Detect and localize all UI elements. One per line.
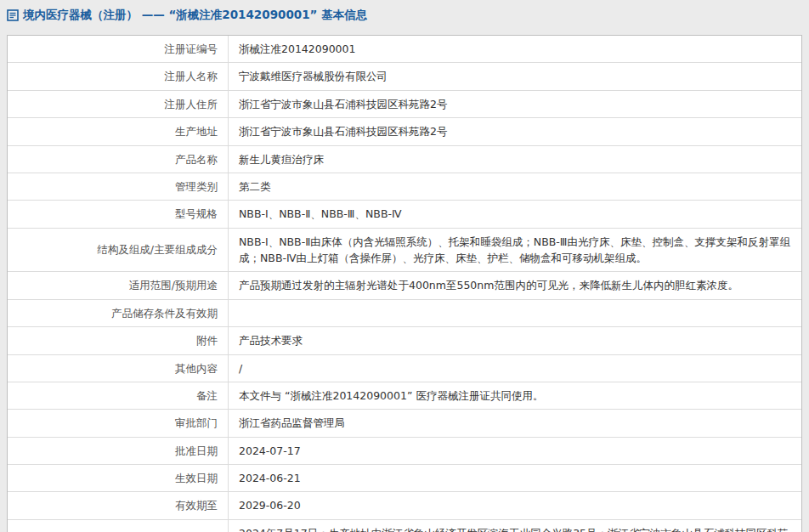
row-value: 第二类 (229, 173, 801, 200)
row-value: 宁波戴维医疗器械股份有限公司 (229, 63, 801, 89)
row-value: 浙江省药品监督管理局 (229, 410, 801, 436)
row-value: 本文件与 “浙械注准20142090001” 医疗器械注册证共同使用。 (229, 382, 801, 409)
row-label: 其他内容 (8, 355, 229, 382)
table-row-model-spec: 型号规格 NBB-Ⅰ、NBB-Ⅱ、NBB-Ⅲ、NBB-Ⅳ (8, 201, 801, 228)
row-value: 2024-06-21 (229, 465, 801, 491)
table-row-effective-date: 生效日期 2024-06-21 (8, 465, 801, 492)
row-value: 产品技术要求 (229, 327, 801, 354)
row-label: 型号规格 (8, 201, 229, 227)
row-value (229, 300, 801, 326)
table-row-structure-composition: 结构及组成/主要组成成分 NBB-Ⅰ、NBB-Ⅱ由床体（内含光辐照系统）、托架和… (8, 229, 801, 273)
row-label: 附件 (8, 327, 229, 354)
row-value: 2024年7月17日：生产地址由浙江省象山经济开发区滨海工业园金兴路35号；浙江… (229, 520, 801, 532)
table-row-storage-conditions: 产品储存条件及有效期 (8, 300, 801, 327)
registration-info-table: 注册证编号 浙械注准20142090001 注册人名称 宁波戴维医疗器械股份有限… (7, 35, 802, 532)
page-title: 境内医疗器械（注册） —— “浙械注准20142090001” 基本信息 (0, 0, 809, 28)
table-row-registrant-name: 注册人名称 宁波戴维医疗器械股份有限公司 (8, 63, 801, 90)
row-label: 生效日期 (8, 465, 229, 491)
table-row-approval-date: 批准日期 2024-07-17 (8, 438, 801, 465)
table-row-product-name: 产品名称 新生儿黄疸治疗床 (8, 146, 801, 173)
row-label: 结构及组成/主要组成成分 (8, 229, 229, 272)
row-label: 产品名称 (8, 146, 229, 173)
row-label: 有效期至 (8, 492, 229, 518)
row-value: 2029-06-20 (229, 492, 801, 518)
page-title-text: 境内医疗器械（注册） —— “浙械注准20142090001” 基本信息 (23, 8, 367, 23)
row-value: 浙江省宁波市象山县石浦科技园区科苑路2号 (229, 91, 801, 117)
table-row-remarks: 备注 本文件与 “浙械注准20142090001” 医疗器械注册证共同使用。 (8, 382, 801, 410)
row-label: 注册人名称 (8, 63, 229, 89)
row-value: 2024-07-17 (229, 438, 801, 464)
row-label: 审批部门 (8, 410, 229, 436)
table-row-expiry-date: 有效期至 2029-06-20 (8, 492, 801, 519)
row-label: 注册人住所 (8, 91, 229, 117)
table-row-change-record: 变更情况 2024年7月17日：生产地址由浙江省象山经济开发区滨海工业园金兴路3… (8, 520, 801, 532)
row-value: / (229, 355, 801, 382)
table-row-approval-department: 审批部门 浙江省药品监督管理局 (8, 410, 801, 437)
row-value: 浙江省宁波市象山县石浦科技园区科苑路2号 (229, 118, 801, 144)
row-value: 产品预期通过发射的主辐射光谱处于400nm至550nm范围内的可见光，来降低新生… (229, 272, 801, 298)
table-row-attachment: 附件 产品技术要求 (8, 327, 801, 354)
table-row-intended-use: 适用范围/预期用途 产品预期通过发射的主辐射光谱处于400nm至550nm范围内… (8, 272, 801, 299)
document-icon (7, 9, 19, 21)
row-label: 备注 (8, 382, 229, 409)
row-value: NBB-Ⅰ、NBB-Ⅱ由床体（内含光辐照系统）、托架和睡袋组成；NBB-Ⅲ由光疗… (229, 229, 801, 272)
table-row-registrant-address: 注册人住所 浙江省宁波市象山县石浦科技园区科苑路2号 (8, 91, 801, 118)
table-row-management-category: 管理类别 第二类 (8, 173, 801, 201)
row-label: 注册证编号 (8, 36, 229, 62)
row-label: 批准日期 (8, 438, 229, 464)
row-label: 适用范围/预期用途 (8, 272, 229, 298)
table-row-other-content: 其他内容 / (8, 355, 801, 382)
row-label: 管理类别 (8, 173, 229, 200)
table-row-production-address: 生产地址 浙江省宁波市象山县石浦科技园区科苑路2号 (8, 118, 801, 145)
row-value: 新生儿黄疸治疗床 (229, 146, 801, 173)
row-value: NBB-Ⅰ、NBB-Ⅱ、NBB-Ⅲ、NBB-Ⅳ (229, 201, 801, 227)
table-row-reg-number: 注册证编号 浙械注准20142090001 (8, 36, 801, 63)
row-label: 变更情况 (8, 520, 229, 532)
row-label: 生产地址 (8, 118, 229, 144)
row-value: 浙械注准20142090001 (229, 36, 801, 62)
row-label: 产品储存条件及有效期 (8, 300, 229, 326)
